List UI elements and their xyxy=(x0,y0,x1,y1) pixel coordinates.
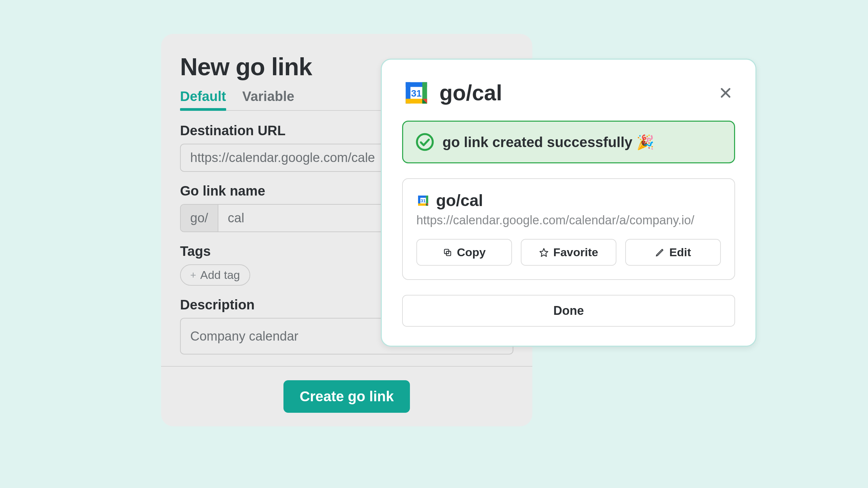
copy-icon xyxy=(443,248,452,257)
pencil-icon xyxy=(655,248,665,257)
go-link-prefix: go/ xyxy=(181,205,218,231)
link-card-url: https://calendar.google.com/calendar/a/c… xyxy=(416,213,721,227)
close-button[interactable] xyxy=(716,83,735,102)
svg-marker-21 xyxy=(540,248,548,256)
plus-icon: + xyxy=(190,269,196,281)
success-banner: go link created successfully 🎉 xyxy=(402,121,735,163)
star-icon xyxy=(539,248,549,257)
add-tag-label: Add tag xyxy=(200,268,240,282)
done-button[interactable]: Done xyxy=(402,295,735,327)
svg-text:31: 31 xyxy=(421,198,426,203)
divider xyxy=(161,366,532,367)
copy-label: Copy xyxy=(457,246,486,259)
modal-header: 31 go/cal xyxy=(402,79,735,107)
close-icon xyxy=(719,86,732,100)
favorite-label: Favorite xyxy=(553,246,598,259)
copy-button[interactable]: Copy xyxy=(416,239,512,266)
action-row: Copy Favorite Edit xyxy=(416,239,721,266)
calendar-app-icon: 31 xyxy=(402,79,431,107)
edit-label: Edit xyxy=(669,246,691,259)
favorite-button[interactable]: Favorite xyxy=(521,239,616,266)
link-card-header: 31 go/cal xyxy=(416,191,721,210)
calendar-app-icon-small: 31 xyxy=(416,194,430,207)
modal-title-wrap: 31 go/cal xyxy=(402,79,502,107)
tab-variable[interactable]: Variable xyxy=(242,89,294,110)
link-card: 31 go/cal https://calendar.google.com/ca… xyxy=(402,178,735,280)
svg-point-10 xyxy=(417,134,433,150)
edit-button[interactable]: Edit xyxy=(625,239,721,266)
tab-default[interactable]: Default xyxy=(180,89,226,110)
checkmark-circle-icon xyxy=(415,133,434,151)
add-tag-button[interactable]: + Add tag xyxy=(180,264,250,286)
modal-title: go/cal xyxy=(439,80,502,105)
create-go-link-button[interactable]: Create go link xyxy=(283,380,410,413)
success-message: go link created successfully 🎉 xyxy=(442,134,654,150)
success-modal: 31 go/cal go link created s xyxy=(381,59,756,347)
link-card-title: go/cal xyxy=(436,191,483,210)
svg-text:31: 31 xyxy=(411,88,421,99)
